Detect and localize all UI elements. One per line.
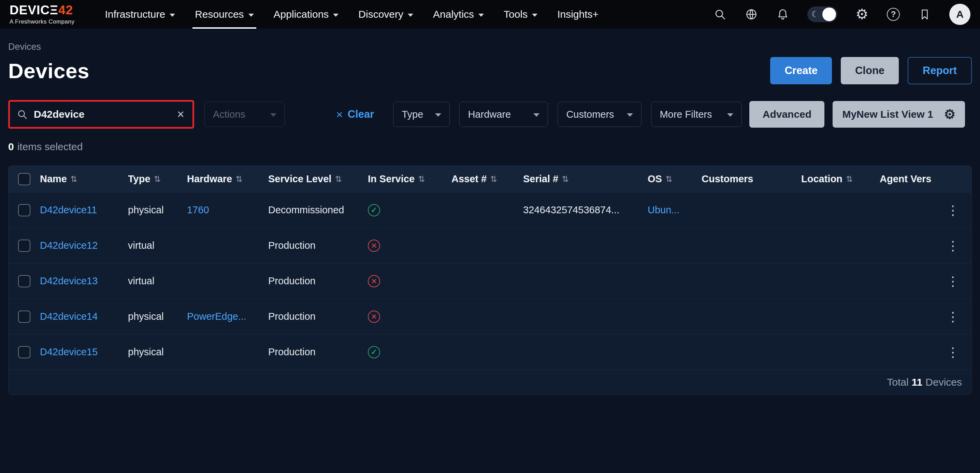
breadcrumb[interactable]: Devices: [8, 41, 972, 52]
chevron-down-icon: [248, 14, 254, 17]
report-button[interactable]: Report: [908, 57, 972, 84]
select-all-checkbox[interactable]: [18, 173, 30, 185]
chevron-down-icon: [408, 14, 413, 17]
create-button[interactable]: Create: [770, 57, 832, 84]
row-menu-kebab-icon[interactable]: ⋮: [935, 203, 972, 218]
row-checkbox[interactable]: [18, 240, 30, 252]
search-icon: [17, 109, 28, 120]
clear-search-icon[interactable]: ×: [176, 108, 186, 121]
customers-filter-dropdown[interactable]: Customers: [558, 102, 641, 127]
os-link[interactable]: Ubun...: [648, 204, 702, 216]
theme-toggle[interactable]: ☾: [807, 6, 837, 22]
clone-button[interactable]: Clone: [841, 57, 899, 84]
clear-x-icon: ×: [336, 108, 343, 121]
table-row: D42device13 virtual Production ⋮: [8, 263, 972, 299]
navbar-actions: ☾ ⚙ ? A: [713, 4, 970, 25]
nav-item-resources[interactable]: Resources: [185, 0, 263, 29]
nav-item-discovery[interactable]: Discovery: [348, 0, 423, 29]
advanced-button[interactable]: Advanced: [749, 101, 824, 127]
table-row: D42device14 physical PowerEdge... Produc…: [8, 299, 972, 334]
help-icon[interactable]: ?: [886, 8, 900, 21]
device-search-input[interactable]: [34, 108, 176, 120]
device-type: physical: [128, 346, 187, 358]
sort-icon[interactable]: ⇅: [235, 174, 242, 184]
column-header-os[interactable]: OS⇅: [648, 174, 702, 185]
total-label: Total: [887, 376, 908, 388]
sort-icon[interactable]: ⇅: [418, 174, 425, 184]
main-nav: Infrastructure Resources Applications Di…: [95, 0, 608, 29]
device-name-link[interactable]: D42device15: [40, 346, 128, 358]
search-icon[interactable]: [713, 8, 727, 21]
column-header-name[interactable]: Name⇅: [40, 174, 128, 185]
devices-table: Name⇅ Type⇅ Hardware⇅ Service Level⇅ In …: [8, 166, 972, 395]
sort-icon[interactable]: ⇅: [665, 174, 672, 184]
list-view-button[interactable]: MyNew List View 1 ⚙: [833, 101, 965, 127]
nav-item-tools[interactable]: Tools: [494, 0, 547, 29]
nav-item-infrastructure[interactable]: Infrastructure: [95, 0, 185, 29]
column-header-in-service[interactable]: In Service⇅: [368, 174, 452, 185]
sort-icon[interactable]: ⇅: [335, 174, 342, 184]
search-highlight-annotation: ×: [8, 100, 194, 129]
settings-gear-icon[interactable]: ⚙: [855, 8, 869, 21]
hardware-link[interactable]: 1760: [187, 204, 268, 216]
column-header-hardware[interactable]: Hardware⇅: [187, 174, 268, 185]
list-view-gear-icon[interactable]: ⚙: [944, 108, 955, 121]
row-checkbox[interactable]: [18, 346, 30, 358]
hardware-link[interactable]: PowerEdge...: [187, 311, 268, 322]
column-header-serial[interactable]: Serial #⇅: [523, 174, 648, 185]
actions-dropdown[interactable]: Actions: [204, 102, 285, 127]
row-checkbox[interactable]: [18, 275, 30, 287]
globe-icon[interactable]: [745, 8, 758, 21]
column-header-service-level[interactable]: Service Level⇅: [268, 174, 368, 185]
sort-icon[interactable]: ⇅: [70, 174, 77, 184]
nav-item-applications[interactable]: Applications: [264, 0, 349, 29]
top-navbar: DEVICΞ42 A Freshworks Company Infrastruc…: [0, 0, 980, 29]
clear-filters-button[interactable]: × Clear: [336, 108, 374, 121]
chevron-down-icon: [270, 113, 277, 117]
column-header-type[interactable]: Type⇅: [128, 174, 187, 185]
sort-icon[interactable]: ⇅: [490, 174, 497, 184]
user-avatar[interactable]: A: [949, 4, 970, 25]
device-type: physical: [128, 311, 187, 322]
page-title: Devices: [8, 59, 89, 83]
row-menu-kebab-icon[interactable]: ⋮: [935, 238, 972, 253]
nav-item-insights[interactable]: Insights+: [547, 0, 608, 29]
row-checkbox[interactable]: [18, 311, 30, 323]
device-name-link[interactable]: D42device13: [40, 276, 128, 287]
nav-item-analytics[interactable]: Analytics: [423, 0, 494, 29]
device-name-link[interactable]: D42device11: [40, 204, 128, 216]
service-level: Production: [268, 276, 368, 287]
chevron-down-icon: [435, 113, 441, 117]
service-level: Production: [268, 311, 368, 322]
row-menu-kebab-icon[interactable]: ⋮: [935, 309, 972, 324]
notifications-bell-icon[interactable]: [776, 8, 790, 21]
bookmark-icon[interactable]: [918, 8, 932, 21]
in-service-status-icon: [368, 275, 380, 287]
row-menu-kebab-icon[interactable]: ⋮: [935, 274, 972, 289]
service-level: Production: [268, 346, 368, 358]
row-menu-kebab-icon[interactable]: ⋮: [935, 345, 972, 360]
row-checkbox[interactable]: [18, 204, 30, 217]
type-filter-dropdown[interactable]: Type: [393, 102, 450, 127]
sort-icon[interactable]: ⇅: [846, 174, 853, 184]
device-name-link[interactable]: D42device14: [40, 311, 128, 322]
column-header-agent-version[interactable]: Agent Vers: [880, 174, 935, 185]
in-service-status-icon: [368, 204, 380, 217]
column-header-location[interactable]: Location⇅: [801, 174, 880, 185]
table-header-row: Name⇅ Type⇅ Hardware⇅ Service Level⇅ In …: [8, 166, 972, 193]
more-filters-dropdown[interactable]: More Filters: [651, 102, 742, 127]
logo-text: DEVICΞ42: [10, 4, 75, 16]
in-service-status-icon: [368, 346, 380, 358]
column-header-customers[interactable]: Customers: [702, 174, 801, 185]
sort-icon[interactable]: ⇅: [562, 174, 568, 184]
table-footer: Total 11 Devices: [8, 370, 972, 395]
logo-subtitle: A Freshworks Company: [10, 18, 75, 25]
device42-logo[interactable]: DEVICΞ42 A Freshworks Company: [10, 4, 75, 25]
device-name-link[interactable]: D42device12: [40, 240, 128, 251]
sort-icon[interactable]: ⇅: [154, 174, 161, 184]
chevron-down-icon: [727, 113, 733, 117]
table-row: D42device15 physical Production ⋮: [8, 334, 972, 370]
column-header-asset[interactable]: Asset #⇅: [452, 174, 523, 185]
hardware-filter-dropdown[interactable]: Hardware: [459, 102, 548, 127]
total-suffix: Devices: [925, 376, 962, 388]
